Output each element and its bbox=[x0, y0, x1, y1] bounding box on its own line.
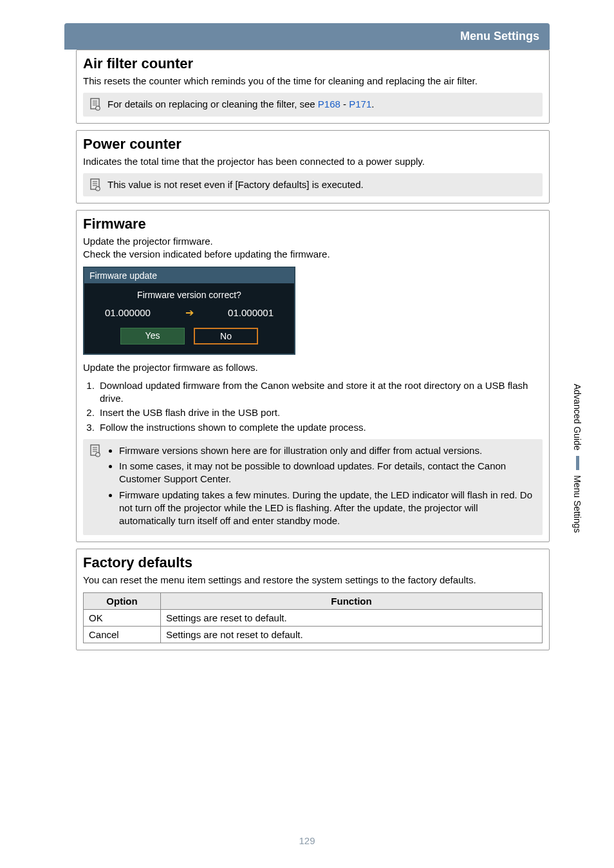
firmware-heading: Firmware bbox=[83, 216, 543, 232]
header-title: Menu Settings bbox=[460, 30, 539, 42]
power-counter-note: i This value is not reset even if [Facto… bbox=[83, 173, 543, 196]
firmware-version-to: 01.000001 bbox=[228, 307, 274, 318]
air-filter-note-sep: - bbox=[340, 99, 349, 109]
firmware-steps-intro: Update the projector firmware as follows… bbox=[83, 361, 543, 374]
side-tabs: Advanced Guide Menu Settings bbox=[570, 380, 584, 536]
section-factory-defaults: Factory defaults You can reset the menu … bbox=[76, 549, 550, 650]
list-item: Firmware updating takes a few minutes. D… bbox=[119, 489, 536, 528]
firmware-desc2: Check the version indicated before updat… bbox=[83, 248, 543, 261]
firmware-notes: i Firmware versions shown here are for i… bbox=[83, 439, 543, 536]
factory-desc: You can reset the menu item settings and… bbox=[83, 574, 543, 587]
tab-separator bbox=[576, 456, 579, 470]
th-function: Function bbox=[161, 592, 543, 609]
power-counter-desc: Indicates the total time that the projec… bbox=[83, 155, 543, 168]
table-row: Cancel Settings are not reset to default… bbox=[84, 626, 543, 643]
air-filter-desc: This resets the counter which reminds yo… bbox=[83, 75, 543, 88]
table-row: OK Settings are reset to default. bbox=[84, 609, 543, 626]
list-item: Follow the instructions shown to complet… bbox=[97, 421, 543, 434]
section-power-counter: Power counter Indicates the total time t… bbox=[76, 130, 550, 204]
power-counter-heading: Power counter bbox=[83, 136, 543, 153]
header-bar: Menu Settings bbox=[64, 23, 550, 50]
firmware-dialog-title: Firmware update bbox=[84, 268, 294, 283]
section-air-filter: Air filter counter This resets the count… bbox=[76, 50, 550, 124]
air-filter-note-suffix: . bbox=[371, 99, 374, 109]
air-filter-note: i For details on replacing or cleaning t… bbox=[83, 93, 543, 116]
list-item: Download updated firmware from the Canon… bbox=[97, 379, 543, 406]
firmware-yes-button[interactable]: Yes bbox=[120, 328, 185, 344]
note-icon: i bbox=[89, 98, 101, 111]
list-item: In some cases, it may not be possible to… bbox=[119, 460, 536, 486]
side-tab-menu: Menu Settings bbox=[570, 471, 584, 537]
firmware-dialog: Firmware update Firmware version correct… bbox=[83, 267, 295, 355]
cell-function: Settings are reset to default. bbox=[161, 609, 543, 626]
firmware-desc1: Update the projector firmware. bbox=[83, 235, 543, 248]
air-filter-heading: Air filter counter bbox=[83, 55, 543, 72]
firmware-steps: Download updated firmware from the Canon… bbox=[97, 379, 543, 434]
link-p168[interactable]: P168 bbox=[318, 99, 340, 109]
firmware-version-from: 01.000000 bbox=[105, 307, 151, 318]
th-option: Option bbox=[84, 592, 161, 609]
cell-option: OK bbox=[84, 609, 161, 626]
cell-function: Settings are not reset to default. bbox=[161, 626, 543, 643]
note-icon: i bbox=[89, 444, 101, 457]
list-item: Insert the USB flash drive in the USB po… bbox=[97, 406, 543, 419]
note-icon: i bbox=[89, 178, 101, 191]
link-p171[interactable]: P171 bbox=[349, 99, 371, 109]
firmware-dialog-question: Firmware version correct? bbox=[92, 290, 286, 300]
cell-option: Cancel bbox=[84, 626, 161, 643]
page-number: 129 bbox=[0, 835, 614, 846]
factory-table: Option Function OK Settings are reset to… bbox=[83, 592, 543, 643]
section-firmware: Firmware Update the projector firmware. … bbox=[76, 210, 550, 542]
factory-heading: Factory defaults bbox=[83, 554, 543, 571]
arrow-right-icon: ➔ bbox=[185, 307, 194, 319]
power-counter-note-text: This value is not reset even if [Factory… bbox=[107, 178, 364, 191]
side-tab-advanced: Advanced Guide bbox=[570, 380, 584, 455]
firmware-no-button[interactable]: No bbox=[194, 328, 258, 344]
list-item: Firmware versions shown here are for ill… bbox=[119, 444, 536, 457]
air-filter-note-prefix: For details on replacing or cleaning the… bbox=[107, 99, 318, 109]
